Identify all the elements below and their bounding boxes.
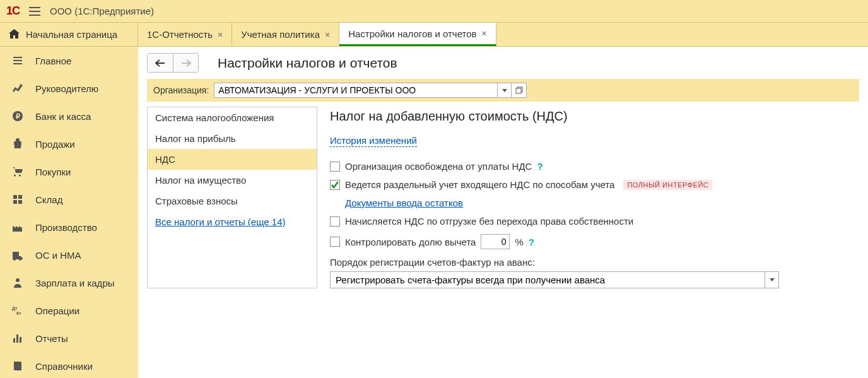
invoice-order-select[interactable] [330,271,765,288]
residuals-link[interactable]: Документы ввода остатков [345,198,463,208]
nav-assets[interactable]: ОС и НМА [0,241,138,269]
truck-icon [11,249,24,261]
panel-heading: Налог на добавленную стоимость (НДС) [330,109,859,124]
grid-icon [11,193,24,206]
back-button[interactable] [148,54,173,72]
nav-label: Отчеты [35,333,68,344]
nav-label: Продажи [35,139,75,150]
nav-bank[interactable]: ₽ Банк и касса [0,102,138,130]
inner-nav-property-tax[interactable]: Налог на имущество [148,170,317,191]
nav-operations[interactable]: ДтКт Операции [0,297,138,324]
app-header: 1C ООО (1С:Предприятие) [0,0,868,23]
ruble-icon: ₽ [11,110,24,122]
dtkt-icon: ДтКт [11,304,24,317]
inner-nav-vat[interactable]: НДС [148,149,317,170]
nav-manager[interactable]: Руководителю [0,74,138,102]
help-icon[interactable]: ? [537,161,542,172]
page-title: Настройки налогов и отчетов [218,56,397,71]
sidebar: Главное Руководителю ₽ Банк и касса Прод… [0,47,138,378]
shipment-vat-label: Начисляется НДС по отгрузке без перехода… [345,216,633,227]
invoice-order-label: Порядок регистрации счетов-фактур на ава… [330,257,859,268]
nav-label: Главное [35,56,71,66]
app-title: ООО (1С:Предприятие) [50,6,154,16]
hamburger-icon[interactable] [29,7,40,16]
tab-label: Настройки налогов и отчетов [348,28,476,39]
tab-home[interactable]: Начальная страница [0,23,138,46]
tab-label: 1С-Отчетность [147,29,213,40]
cart-icon [11,165,24,178]
exempt-label: Организация освобождена от уплаты НДС [345,161,532,172]
list-icon [11,54,24,67]
organization-bar: Организация: [147,79,859,102]
control-deduction-checkbox[interactable] [330,237,340,247]
close-icon[interactable]: × [218,30,223,40]
open-button[interactable] [512,83,527,98]
svg-text:Кт: Кт [16,311,21,316]
inner-nav-tax-system[interactable]: Система налогообложения [148,107,317,128]
person-icon [11,276,24,289]
nav-reports[interactable]: Отчеты [0,324,138,352]
tab-accounting-policy[interactable]: Учетная политика × [232,23,339,46]
nav-directories[interactable]: Справочники [0,352,138,378]
nav-production[interactable]: Производство [0,213,138,241]
help-icon[interactable]: ? [529,237,534,247]
organization-select[interactable] [214,83,498,98]
svg-point-2 [16,278,20,282]
dropdown-button[interactable] [498,83,512,98]
factory-icon [11,221,24,233]
chart-line-icon [11,82,24,95]
history-link[interactable]: История изменений [330,135,417,147]
svg-rect-6 [516,88,521,93]
close-icon[interactable]: × [482,28,487,38]
split-accounting-label: Ведется раздельный учет входящего НДС по… [345,179,614,190]
dropdown-button[interactable] [765,271,779,288]
bag-icon [11,138,24,150]
nav-label: Склад [35,194,62,205]
nav-history-buttons [147,53,199,73]
nav-label: Зарплата и кадры [35,278,115,288]
forward-button[interactable] [173,54,198,72]
percent-label: % [515,237,523,247]
bar-chart-icon [11,332,24,345]
nav-label: Покупки [35,167,71,177]
nav-label: Производство [35,222,97,233]
nav-label: Руководителю [35,83,98,94]
split-accounting-checkbox[interactable] [330,180,340,190]
tab-tax-settings[interactable]: Настройки налогов и отчетов × [339,23,496,46]
nav-label: ОС и НМА [35,250,81,261]
nav-purchases[interactable]: Покупки [0,158,138,186]
book-icon [11,360,24,372]
main-content: Настройки налогов и отчетов Организация:… [138,47,868,378]
close-icon[interactable]: × [325,30,330,40]
exempt-checkbox[interactable] [330,162,340,172]
settings-nav: Система налогообложения Налог на прибыль… [147,107,317,288]
control-deduction-label: Контролировать долю вычета [345,237,476,247]
nav-hr[interactable]: Зарплата и кадры [0,269,138,297]
inner-nav-all-taxes[interactable]: Все налоги и отчеты (еще 14) [148,211,317,232]
svg-text:Дт: Дт [12,306,18,311]
tabbar: Начальная страница 1С-Отчетность × Учетн… [0,23,868,47]
logo: 1C [6,4,20,18]
inner-nav-insurance[interactable]: Страховые взносы [148,191,317,211]
shipment-vat-checkbox[interactable] [330,216,340,227]
nav-label: Справочники [35,361,93,372]
vat-panel: Налог на добавленную стоимость (НДС) Ист… [330,107,859,288]
nav-label: Банк и касса [35,111,91,122]
deduction-percent-input[interactable] [481,234,510,249]
home-icon [9,29,20,40]
nav-label: Операции [35,305,79,316]
svg-text:₽: ₽ [16,112,20,120]
nav-sales[interactable]: Продажи [0,130,138,158]
full-interface-badge: ПОЛНЫЙ ИНТЕРФЕЙС [623,180,712,190]
tab-label: Начальная страница [26,29,117,40]
tab-label: Учетная политика [241,29,320,40]
inner-nav-profit-tax[interactable]: Налог на прибыль [148,128,317,149]
organization-label: Организация: [153,85,209,95]
nav-main[interactable]: Главное [0,47,138,74]
nav-warehouse[interactable]: Склад [0,186,138,213]
tab-reporting[interactable]: 1С-Отчетность × [138,23,232,46]
